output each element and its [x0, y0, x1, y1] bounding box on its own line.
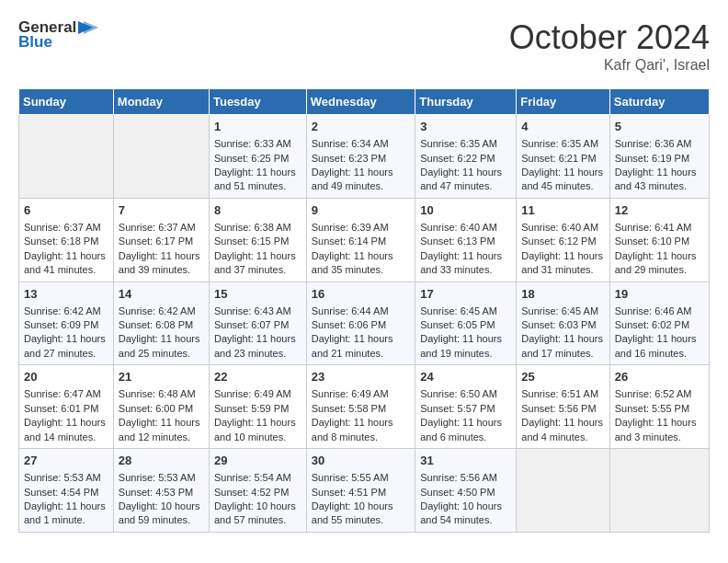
- sunrise-text: Sunrise: 6:51 AM: [521, 388, 598, 399]
- sunset-text: Sunset: 6:10 PM: [615, 236, 689, 247]
- sunrise-text: Sunrise: 6:45 AM: [420, 305, 497, 316]
- sunrise-text: Sunrise: 6:49 AM: [214, 388, 291, 399]
- sunset-text: Sunset: 4:51 PM: [312, 487, 386, 498]
- day-number: 16: [312, 286, 410, 303]
- calendar-cell: 31 Sunrise: 5:56 AM Sunset: 4:50 PM Dayl…: [415, 449, 517, 533]
- sunrise-text: Sunrise: 6:52 AM: [615, 388, 692, 399]
- daylight-text: Daylight: 11 hours and 49 minutes.: [312, 167, 393, 191]
- day-number: 19: [615, 286, 704, 303]
- sunset-text: Sunset: 4:53 PM: [119, 487, 193, 498]
- sunset-text: Sunset: 6:08 PM: [119, 319, 193, 330]
- day-number: 6: [24, 202, 108, 219]
- sunrise-text: Sunrise: 6:38 AM: [214, 222, 291, 233]
- day-number: 3: [420, 119, 511, 135]
- sunset-text: Sunset: 6:06 PM: [312, 319, 386, 330]
- sunrise-text: Sunrise: 6:50 AM: [420, 388, 497, 399]
- sunrise-text: Sunrise: 6:33 AM: [214, 138, 291, 149]
- week-row-2: 6 Sunrise: 6:37 AM Sunset: 6:18 PM Dayli…: [19, 198, 710, 282]
- week-row-3: 13 Sunrise: 6:42 AM Sunset: 6:09 PM Dayl…: [19, 282, 710, 365]
- sunrise-text: Sunrise: 6:40 AM: [521, 222, 598, 233]
- sunrise-text: Sunrise: 6:46 AM: [615, 305, 692, 316]
- daylight-text: Daylight: 11 hours and 4 minutes.: [521, 417, 603, 442]
- daylight-text: Daylight: 11 hours and 3 minutes.: [615, 417, 697, 442]
- sunset-text: Sunset: 6:25 PM: [214, 153, 289, 164]
- title-block: October 2024 Kafr Qari', Israel: [509, 18, 710, 74]
- weekday-header-friday: Friday: [517, 89, 609, 115]
- sunrise-text: Sunrise: 6:40 AM: [420, 222, 497, 233]
- daylight-text: Daylight: 11 hours and 29 minutes.: [615, 250, 697, 275]
- day-number: 10: [420, 202, 511, 219]
- daylight-text: Daylight: 11 hours and 47 minutes.: [420, 167, 502, 191]
- day-number: 1: [214, 119, 301, 135]
- daylight-text: Daylight: 11 hours and 27 minutes.: [24, 333, 106, 358]
- sunset-text: Sunset: 6:21 PM: [521, 153, 596, 164]
- weekday-header-monday: Monday: [113, 89, 209, 115]
- day-number: 25: [521, 369, 604, 385]
- sunset-text: Sunset: 6:05 PM: [420, 319, 495, 330]
- day-number: 15: [214, 286, 301, 303]
- sunrise-text: Sunrise: 6:35 AM: [521, 138, 598, 149]
- daylight-text: Daylight: 11 hours and 12 minutes.: [119, 417, 200, 442]
- svg-marker-1: [84, 21, 98, 34]
- daylight-text: Daylight: 11 hours and 8 minutes.: [312, 417, 393, 442]
- day-number: 2: [312, 119, 410, 135]
- day-number: 26: [615, 369, 704, 385]
- calendar-cell: 5 Sunrise: 6:36 AM Sunset: 6:19 PM Dayli…: [609, 115, 709, 199]
- daylight-text: Daylight: 10 hours and 57 minutes.: [214, 500, 296, 525]
- daylight-text: Daylight: 11 hours and 21 minutes.: [312, 333, 393, 358]
- sunset-text: Sunset: 5:59 PM: [214, 403, 289, 414]
- calendar-cell: 19 Sunrise: 6:46 AM Sunset: 6:02 PM Dayl…: [609, 282, 709, 365]
- calendar-cell: 15 Sunrise: 6:43 AM Sunset: 6:07 PM Dayl…: [209, 282, 306, 365]
- calendar-cell: 17 Sunrise: 6:45 AM Sunset: 6:05 PM Dayl…: [415, 282, 517, 365]
- daylight-text: Daylight: 11 hours and 39 minutes.: [119, 250, 200, 275]
- weekday-header-thursday: Thursday: [415, 89, 517, 115]
- calendar-cell: 1 Sunrise: 6:33 AM Sunset: 6:25 PM Dayli…: [209, 115, 306, 199]
- logo-arrow-icon: [78, 19, 98, 36]
- sunrise-text: Sunrise: 6:37 AM: [24, 222, 101, 233]
- day-number: 27: [24, 453, 108, 469]
- sunset-text: Sunset: 6:19 PM: [615, 153, 689, 164]
- logo-blue-text: Blue: [18, 33, 52, 52]
- day-number: 14: [119, 286, 204, 303]
- calendar-cell: 25 Sunrise: 6:51 AM Sunset: 5:56 PM Dayl…: [517, 365, 609, 449]
- calendar-cell: 27 Sunrise: 5:53 AM Sunset: 4:54 PM Dayl…: [19, 449, 114, 533]
- sunset-text: Sunset: 4:50 PM: [420, 487, 495, 498]
- daylight-text: Daylight: 11 hours and 31 minutes.: [521, 250, 603, 275]
- calendar-cell: [19, 115, 114, 199]
- day-number: 12: [615, 202, 704, 219]
- sunset-text: Sunset: 6:22 PM: [420, 153, 495, 164]
- day-number: 30: [312, 453, 410, 469]
- daylight-text: Daylight: 10 hours and 59 minutes.: [119, 500, 200, 525]
- daylight-text: Daylight: 10 hours and 54 minutes.: [420, 500, 502, 525]
- daylight-text: Daylight: 11 hours and 14 minutes.: [24, 417, 106, 442]
- calendar-cell: 7 Sunrise: 6:37 AM Sunset: 6:17 PM Dayli…: [113, 198, 209, 282]
- sunset-text: Sunset: 6:01 PM: [24, 403, 98, 414]
- calendar-cell: 11 Sunrise: 6:40 AM Sunset: 6:12 PM Dayl…: [517, 198, 609, 282]
- page-header: General Blue October 2024 Kafr Qari', Is…: [18, 18, 710, 74]
- daylight-text: Daylight: 11 hours and 16 minutes.: [615, 333, 697, 358]
- calendar-cell: 6 Sunrise: 6:37 AM Sunset: 6:18 PM Dayli…: [19, 198, 114, 282]
- week-row-4: 20 Sunrise: 6:47 AM Sunset: 6:01 PM Dayl…: [19, 365, 710, 449]
- sunrise-text: Sunrise: 6:34 AM: [312, 138, 389, 149]
- sunset-text: Sunset: 6:15 PM: [214, 236, 289, 247]
- day-number: 13: [24, 286, 108, 303]
- calendar-cell: 18 Sunrise: 6:45 AM Sunset: 6:03 PM Dayl…: [517, 282, 609, 365]
- daylight-text: Daylight: 11 hours and 17 minutes.: [521, 333, 603, 358]
- day-number: 24: [420, 369, 511, 385]
- sunset-text: Sunset: 6:17 PM: [119, 236, 193, 247]
- daylight-text: Daylight: 11 hours and 19 minutes.: [420, 333, 502, 358]
- sunrise-text: Sunrise: 6:43 AM: [214, 305, 291, 316]
- day-number: 17: [420, 286, 511, 303]
- sunset-text: Sunset: 6:14 PM: [312, 236, 386, 247]
- month-year-title: October 2024: [509, 18, 710, 57]
- sunrise-text: Sunrise: 5:53 AM: [119, 472, 196, 483]
- sunset-text: Sunset: 5:55 PM: [615, 403, 689, 414]
- daylight-text: Daylight: 11 hours and 23 minutes.: [214, 333, 296, 358]
- sunrise-text: Sunrise: 5:56 AM: [420, 472, 497, 483]
- sunset-text: Sunset: 6:13 PM: [420, 236, 495, 247]
- calendar-cell: 12 Sunrise: 6:41 AM Sunset: 6:10 PM Dayl…: [609, 198, 709, 282]
- daylight-text: Daylight: 11 hours and 10 minutes.: [214, 417, 296, 442]
- sunrise-text: Sunrise: 6:37 AM: [119, 222, 196, 233]
- day-number: 23: [312, 369, 410, 385]
- calendar-cell: [609, 449, 709, 533]
